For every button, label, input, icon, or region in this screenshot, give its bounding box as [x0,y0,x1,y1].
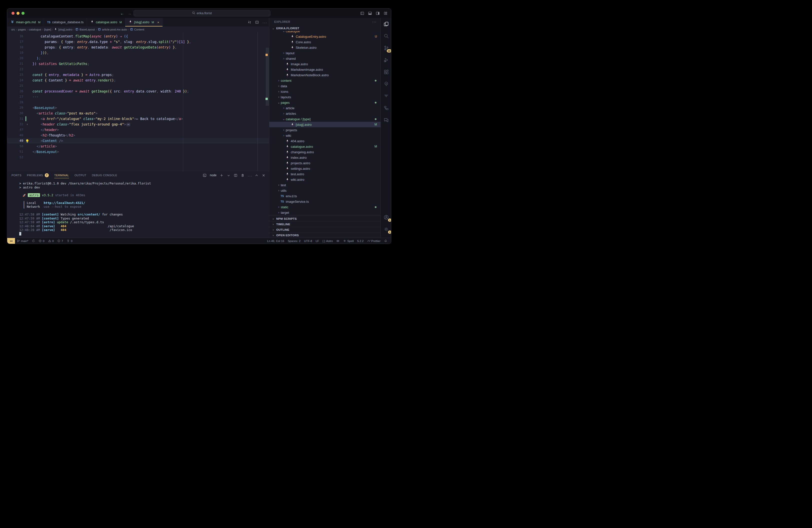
section-npm-scripts[interactable]: ›NPM SCRIPTS [269,216,380,221]
terminal-profile-label[interactable]: node [210,174,217,177]
status-copilot[interactable] [334,238,341,244]
fold-collapsed-icon[interactable]: › [26,121,28,127]
tree-row-utils[interactable]: ›utils [269,188,380,193]
status-spell[interactable]: Spell [341,238,356,244]
code-line-22[interactable]: 22 [7,67,269,72]
close-window-button[interactable] [12,12,14,15]
split-editor-icon[interactable] [255,20,259,24]
toggle-panel-icon[interactable] [368,11,372,15]
tree-row-projects.astro[interactable]: projects.astro [269,160,380,166]
tree-row-pages[interactable]: ⌄pages [269,100,380,105]
status-utf-8[interactable]: UTF-8 [302,238,314,244]
code-line-32[interactable]: 32› <header class="flex justify-around g… [7,121,269,127]
tree-row-shared[interactable]: ›shared [269,56,380,61]
activity-settings-gear-icon[interactable]: 1 [383,226,390,233]
activity-extensions-icon[interactable] [383,69,390,75]
close-tab-icon[interactable]: × [157,20,159,24]
tree-row-markdownnoteblock.astro[interactable]: MarkdownNoteBlock.astro [269,72,380,78]
status-bell[interactable] [382,238,389,244]
status-warning[interactable]: 0 [46,238,56,244]
tree-row-imageservice.ts[interactable]: TSimageService.ts [269,199,380,204]
code-line-31[interactable]: 31 <a href="/catalogue" class="my-2 inli… [7,116,269,121]
tree-row-target[interactable]: ›target [269,210,380,215]
zoom-window-button[interactable] [21,12,25,15]
section-outline[interactable]: ›OUTLINE [269,227,380,232]
history-forward-icon[interactable]: → [128,11,131,15]
code-line-17[interactable]: 17 params: { type: entry.data.type + "s"… [7,39,269,44]
status-5-2-2[interactable]: 5.2.2 [356,238,365,244]
breadcrumb-item-Content[interactable]: Content [130,28,144,31]
tree-row-catalogueentry.astro[interactable]: CatalogueEntry.astroU [269,34,380,39]
explorer-more-actions-icon[interactable]: ··· [372,20,377,24]
close-panel-icon[interactable] [262,174,265,177]
code-line-21[interactable]: 21}) satisfies GetStaticPaths; [7,61,269,67]
panel-tab-debug-console[interactable]: DEBUG CONSOLE [92,171,117,179]
activity-files-icon[interactable] [383,20,390,28]
code-line-18[interactable]: 18 props: { entry: entry, metadata: awai… [7,44,269,50]
tree-row-changelog.astro[interactable]: changelog.astro [269,149,380,155]
more-actions-icon[interactable]: ··· [248,174,251,177]
tree-row-catalogue[interactable]: ⌄catalogue [269,31,380,34]
code-line-28[interactable]: 28 [7,100,269,105]
status-info[interactable]: 7 [56,238,65,244]
tree-row-data[interactable]: ›data [269,83,380,89]
tree-row-articles[interactable]: ›articles [269,111,380,116]
breadcrumb-item-[slug].astro[interactable]: [slug].astro [54,28,72,31]
tree-row-catalogue-[type][interactable]: ⌄catalogue / [type] [269,116,380,122]
activity-account-icon[interactable]: 1 [383,214,390,221]
status-ln-49-col-16[interactable]: Ln 49, Col 16 [265,238,286,244]
history-back-icon[interactable]: ← [120,11,124,15]
activity-todo-tree-icon[interactable] [383,80,390,88]
tab-catalogue_database.ts[interactable]: TScatalogue_database.ts [44,18,87,27]
section-timeline[interactable]: ›TIMELINE [269,221,380,227]
open-changes-icon[interactable] [247,20,251,24]
status-branch[interactable]: main* [15,238,30,244]
tree-row-static[interactable]: ›static [269,204,380,210]
status-antenna[interactable]: 0 [65,238,74,244]
status-astro[interactable]: { }Astro [321,238,334,244]
workspace-section-header[interactable]: ⌄ ERIKA.FLORIST [269,26,380,31]
status-sync[interactable] [30,238,37,244]
command-center-search[interactable]: erika.florist [133,10,270,16]
panel-tab-ports[interactable]: PORTS [12,171,21,179]
toggle-primary-sidebar-icon[interactable] [360,11,364,15]
tree-row-article[interactable]: ›article [269,105,380,111]
terminal[interactable]: > erika.florist@0.1.0 dev /Users/erika/P… [7,179,269,238]
activity-run-debug-icon[interactable] [383,57,390,63]
code-line-47[interactable]: 47 </header> [7,127,269,132]
code-line-49[interactable]: 49💡 <Content /> [7,138,269,144]
tree-row-index.astro[interactable]: index.astro [269,155,380,160]
code-line-16[interactable]: 16 catalogueContent.flatMap(async (entry… [7,33,269,39]
status-spaces-2[interactable]: Spaces: 2 [286,238,302,244]
breadcrumb-item-[type][interactable]: [type] [44,28,51,31]
panel-tab-problems[interactable]: PROBLEMS7 [27,171,49,179]
status-lf[interactable]: LF [314,238,321,244]
code-line-24[interactable]: 24const { Content } = await entry.render… [7,77,269,83]
tree-row-markdownimage.astro[interactable]: MarkdownImage.astro [269,67,380,72]
tree-row-layout[interactable]: ›layout [269,50,380,56]
code-line-52[interactable]: 52 [7,155,269,160]
code-line-25[interactable]: 25 [7,83,269,88]
breadcrumb-item-pages[interactable]: pages [18,28,26,31]
status-error[interactable]: 0 [37,238,46,244]
customize-layout-icon[interactable] [383,11,388,15]
tree-row-content[interactable]: ›content [269,78,380,83]
maximize-panel-icon[interactable] [255,174,259,177]
minimize-window-button[interactable] [16,12,19,15]
lightbulb-icon[interactable]: 💡 [25,138,29,144]
toggle-secondary-sidebar-icon[interactable] [376,11,380,15]
tree-row-wiki.astro[interactable]: wiki.astro [269,177,380,182]
new-terminal-icon[interactable] [220,174,223,177]
profile-dropdown-icon[interactable] [227,174,231,177]
breadcrumb-item-catalogue[interactable]: catalogue [29,28,41,31]
tab-[slug].astro[interactable]: [slug].astroM× [125,18,162,27]
tree-row-test.astro[interactable]: test.astro [269,171,380,177]
more-editor-actions-icon[interactable]: ··· [262,20,266,24]
activity-triangle-icon[interactable] [383,92,390,100]
code-line-20[interactable]: 20 ); [7,56,269,61]
tree-row-settings.astro[interactable]: settings.astro [269,166,380,171]
remote-indicator[interactable]: >< [7,238,15,244]
code-line-19[interactable]: 19 })), [7,50,269,56]
code-line-26[interactable]: 26const processedCover = await getImage(… [7,88,269,94]
tree-row-[slug].astro[interactable]: [slug].astroM [269,122,380,127]
